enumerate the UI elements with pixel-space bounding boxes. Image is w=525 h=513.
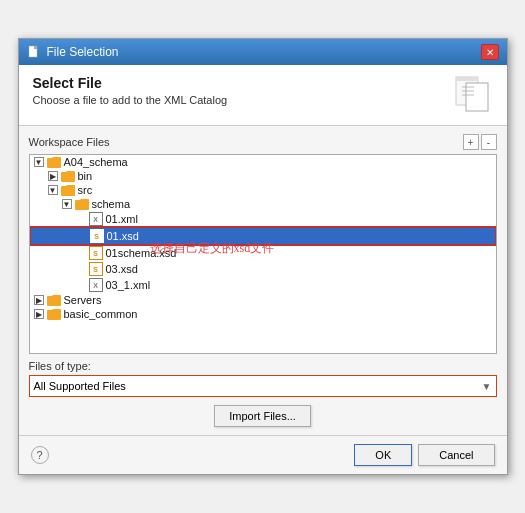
- header-subtitle: Choose a file to add to the XML Catalog: [33, 94, 228, 106]
- ok-button[interactable]: OK: [354, 444, 412, 466]
- tree-item-label: 03.xsd: [106, 263, 138, 275]
- folder-icon: [61, 184, 75, 196]
- xml-file-icon: X: [89, 212, 103, 226]
- expand-icon[interactable]: ▶: [34, 309, 44, 319]
- list-item[interactable]: ▼ schema: [30, 197, 496, 211]
- workspace-expand-button[interactable]: +: [463, 134, 479, 150]
- header-text: Select File Choose a file to add to the …: [33, 75, 228, 106]
- expand-icon[interactable]: ▼: [34, 157, 44, 167]
- header-title: Select File: [33, 75, 228, 91]
- content-area: Workspace Files + - 选择自己定义的xsd文件 ▼ A04_s…: [19, 126, 507, 435]
- tree-item-label: 01schema.xsd: [106, 247, 177, 259]
- list-item[interactable]: ▼ A04_schema: [30, 155, 496, 169]
- tree-item-label: 01.xml: [106, 213, 138, 225]
- action-buttons: OK Cancel: [354, 444, 494, 466]
- folder-icon: [75, 198, 89, 210]
- workspace-label-text: Workspace Files: [29, 136, 110, 148]
- tree-item-label: 03_1.xml: [106, 279, 151, 291]
- file-icon-graphic: [454, 75, 492, 115]
- list-item[interactable]: S 03.xsd: [30, 261, 496, 277]
- dialog-title: File Selection: [47, 45, 119, 59]
- folder-icon: [47, 294, 61, 306]
- files-dropdown-row: All Supported Files ▼: [29, 375, 497, 397]
- title-bar-left: File Selection: [27, 45, 119, 59]
- tree-item-label: basic_common: [64, 308, 138, 320]
- file-tree[interactable]: 选择自己定义的xsd文件 ▼ A04_schema ▶ bin ▼: [29, 154, 497, 354]
- bottom-bar: ? OK Cancel: [19, 435, 507, 474]
- close-button[interactable]: ✕: [481, 44, 499, 60]
- cancel-button[interactable]: Cancel: [418, 444, 494, 466]
- list-item[interactable]: ▼ src: [30, 183, 496, 197]
- expand-icon[interactable]: ▼: [48, 185, 58, 195]
- tree-item-label: A04_schema: [64, 156, 128, 168]
- workspace-buttons: + -: [463, 134, 497, 150]
- xsd-file-icon: S: [89, 246, 103, 260]
- tree-item-label: schema: [92, 198, 131, 210]
- expand-icon[interactable]: ▶: [48, 171, 58, 181]
- folder-icon: [47, 156, 61, 168]
- list-item[interactable]: ▶ bin: [30, 169, 496, 183]
- list-item[interactable]: X 03_1.xml: [30, 277, 496, 293]
- tree-item-label: 01.xsd: [107, 230, 139, 242]
- tree-item-label: Servers: [64, 294, 102, 306]
- files-of-type-dropdown[interactable]: All Supported Files ▼: [29, 375, 497, 397]
- list-item[interactable]: X 01.xml: [30, 211, 496, 227]
- workspace-collapse-button[interactable]: -: [481, 134, 497, 150]
- import-row: Import Files...: [29, 405, 497, 427]
- folder-icon: [61, 170, 75, 182]
- tree-item-label: bin: [78, 170, 93, 182]
- list-item[interactable]: S 01.xsd: [30, 227, 496, 245]
- workspace-header: Workspace Files + -: [29, 134, 497, 150]
- svg-rect-4: [456, 77, 478, 81]
- header-icon: [453, 75, 493, 115]
- import-files-button[interactable]: Import Files...: [214, 405, 311, 427]
- xml-file-icon: X: [89, 278, 103, 292]
- title-bar: File Selection ✕: [19, 39, 507, 65]
- dropdown-value: All Supported Files: [34, 380, 126, 392]
- xsd-file-icon: S: [89, 262, 103, 276]
- dropdown-arrow-icon: ▼: [482, 381, 492, 392]
- expand-icon[interactable]: ▼: [62, 199, 72, 209]
- tree-item-label: src: [78, 184, 93, 196]
- list-item[interactable]: ▶ basic_common: [30, 307, 496, 321]
- list-item[interactable]: S 01schema.xsd: [30, 245, 496, 261]
- file-selection-dialog: File Selection ✕ Select File Choose a fi…: [18, 38, 508, 475]
- folder-icon: [47, 308, 61, 320]
- dialog-icon: [27, 45, 41, 59]
- xsd-file-icon: S: [90, 229, 104, 243]
- list-item[interactable]: ▶ Servers: [30, 293, 496, 307]
- files-of-type-label: Files of type:: [29, 360, 497, 372]
- help-button[interactable]: ?: [31, 446, 49, 464]
- expand-icon[interactable]: ▶: [34, 295, 44, 305]
- header-section: Select File Choose a file to add to the …: [19, 65, 507, 126]
